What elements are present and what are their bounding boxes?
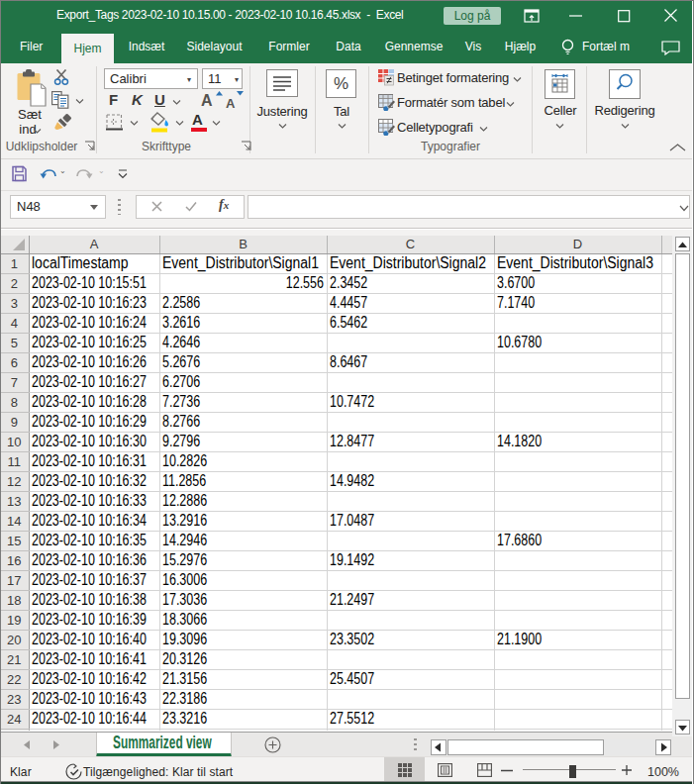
svg-text:%: % (334, 74, 348, 93)
